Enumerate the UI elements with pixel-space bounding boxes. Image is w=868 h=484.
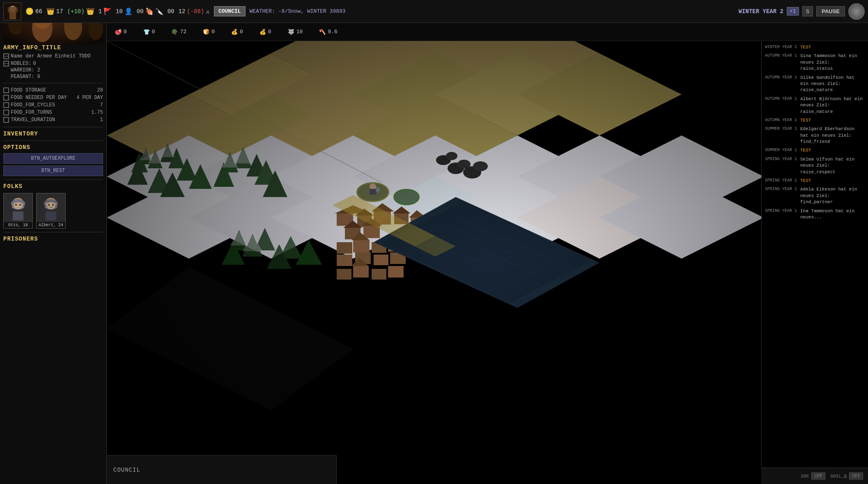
- log-date: AUTUMN YEAR 1: [765, 96, 797, 115]
- log-text: Silke Gandolfson hat ein neues Ziel: rai…: [800, 75, 865, 94]
- army-name-icon: [3, 53, 9, 59]
- nobles-label: NOBLES:: [11, 61, 31, 67]
- nobles-icon: [3, 61, 9, 67]
- log-date: AUTUMN YEAR 1: [765, 117, 797, 124]
- pause-button[interactable]: PAUSE: [816, 6, 845, 16]
- bottom-bar: ZOC OFF SOIL_Q OFF: [761, 468, 868, 484]
- food-turns-row: FOOD_FOR_TURNS 1.75: [3, 109, 103, 116]
- council-button[interactable]: COUNCIL: [214, 6, 246, 16]
- season-label: WINTER YEAR 2: [739, 8, 783, 15]
- map-svg[interactable]: [107, 41, 868, 484]
- top-bar: 🪙 66 👑 17 (+10) 👑 1 🚩 10 👤 00 🍖 🔪 00 12 …: [0, 0, 868, 23]
- svg-rect-31: [13, 211, 23, 220]
- log-date: SUMMER YEAR 1: [765, 147, 797, 154]
- folk-otto-svg: [4, 193, 32, 222]
- log-panel: WINTER YEAR 2TESTAUTUMN YEAR 1Sina Tammo…: [761, 41, 868, 468]
- flag-icon: 🚩: [103, 7, 112, 16]
- sec-stat-3: 🍞 0: [203, 29, 215, 35]
- meat-icon: 🥩: [115, 29, 122, 35]
- army-name-label: Name der Armee Einheit TODO: [11, 53, 90, 59]
- crown-bonus-icon: 👑: [86, 7, 94, 16]
- svg-rect-25: [4, 117, 9, 122]
- svg-rect-37: [46, 211, 56, 220]
- stat-food1: 00 🍖 🔪: [137, 7, 163, 16]
- knife-icon: 🔪: [155, 7, 163, 16]
- prisoners-title: PRISONERS: [3, 236, 103, 242]
- left-panel: ARMY_INFO_TITLE Name der Armee Einheit T…: [0, 0, 107, 484]
- log-text: TEST: [800, 117, 865, 124]
- log-date: SPRING YEAR 1: [765, 178, 797, 184]
- stat-people: 10 👤: [116, 7, 133, 16]
- wolf-icon: 🐺: [288, 29, 294, 35]
- svg-point-34: [47, 202, 55, 209]
- axe-icon: 🪓: [319, 29, 326, 35]
- folk-albert[interactable]: Albert, 24: [36, 193, 66, 229]
- soil-q-off-button[interactable]: OFF: [849, 473, 863, 479]
- log-item: SPRING YEAR 1Selma Ulfson hat ein neues …: [765, 156, 865, 175]
- army-portrait-small: [3, 2, 21, 21]
- divider-4: [3, 179, 103, 180]
- log-text: Albert Björnson hat ein neues Ziel: rais…: [800, 96, 865, 115]
- log-text: TEST: [800, 178, 865, 184]
- log-item: SUMMER YEAR 1Edelgard Eberhardson hat ei…: [765, 126, 865, 145]
- log-item: SPRING YEAR 1TEST: [765, 178, 865, 184]
- log-date: SPRING YEAR 1: [765, 186, 797, 205]
- travel-icon: [3, 117, 9, 123]
- folk-albert-svg: [37, 193, 65, 222]
- food-storage-icon: [3, 87, 9, 93]
- divider-3: [3, 140, 103, 141]
- svg-point-35: [48, 204, 50, 206]
- log-date: SUMMER YEAR 1: [765, 126, 797, 145]
- log-text: Selma Ulfson hat ein neues Ziel: raise_r…: [800, 156, 865, 175]
- cloth-icon: 👕: [143, 29, 150, 35]
- svg-rect-2: [9, 12, 16, 19]
- sec-stat-7: 🪓 9.6: [319, 29, 337, 35]
- autoexplore-button[interactable]: BTN_AUTOEXPLORE: [3, 153, 103, 164]
- log-text: TEST: [800, 44, 865, 50]
- divider-2: [3, 127, 103, 127]
- travel-duration-row: TRAVEL_DURATION 1: [3, 116, 103, 124]
- sec-stat-1: 👕 0: [143, 29, 155, 35]
- svg-point-36: [52, 204, 54, 206]
- zoc-off-button[interactable]: OFF: [811, 473, 825, 479]
- stat-gold: 🪙 66: [25, 7, 42, 16]
- log-text: TEST: [800, 147, 865, 154]
- warrior-row: WARRIOR: 2: [3, 67, 103, 73]
- weather-text: WEATHER: -8/Snow, WINTER 39893: [250, 8, 346, 14]
- folk-otto-portrait: [4, 193, 32, 222]
- coin-icon: 💰: [231, 29, 238, 35]
- plus-badge: +1: [787, 7, 799, 16]
- log-item: WINTER YEAR 2TEST: [765, 44, 865, 50]
- log-date: SPRING YEAR 1: [765, 208, 797, 221]
- food-cycles-row: FOOD_FOR_CYCLES 7: [3, 101, 103, 109]
- log-entries: WINTER YEAR 2TESTAUTUMN YEAR 1Sina Tammo…: [765, 44, 865, 220]
- coin2-icon: 💰: [259, 29, 266, 35]
- folk-albert-portrait: [37, 193, 65, 222]
- divider-1: [3, 83, 103, 83]
- sec-stat-5: 💰 0: [259, 29, 271, 35]
- log-item: AUTUMN YEAR 1TEST: [765, 117, 865, 124]
- svg-point-28: [14, 202, 22, 209]
- council-panel: COUNCIL: [107, 455, 337, 484]
- folks-title: FOLKS: [3, 183, 103, 190]
- folks-row: Otto, 18: [3, 193, 103, 229]
- folk-otto[interactable]: Otto, 18: [3, 193, 33, 229]
- rest-button[interactable]: BTN_REST: [3, 165, 103, 176]
- folk-albert-name: Albert, 24: [37, 222, 65, 228]
- s-button[interactable]: S: [802, 6, 813, 16]
- map-area[interactable]: [107, 41, 868, 484]
- folk-otto-name: Otto, 18: [4, 222, 32, 228]
- army-info-title: ARMY_INFO_TITLE: [3, 44, 103, 51]
- log-item: SPRING YEAR 1Adela Eikeson hat ein neues…: [765, 186, 865, 205]
- log-text: Sina Tammoson hat ein neues Ziel: raise_…: [800, 53, 865, 72]
- food-storage-row: FOOD STORAGE 28: [3, 87, 103, 94]
- log-date: AUTUMN YEAR 1: [765, 75, 797, 94]
- sec-stat-4: 💰 0: [231, 29, 243, 35]
- log-date: WINTER YEAR 2: [765, 44, 797, 50]
- army-name-row: Name der Armee Einheit TODO: [3, 53, 103, 59]
- log-item: SUMMER YEAR 1TEST: [765, 147, 865, 154]
- stat-flag: 1 🚩: [99, 7, 112, 16]
- stat-food2: 00: [168, 8, 175, 15]
- stat-crowns-bonus: (+10) 👑: [67, 7, 94, 16]
- log-item: SPRING YEAR 1Ina Tammoson hat ein neues.…: [765, 208, 865, 221]
